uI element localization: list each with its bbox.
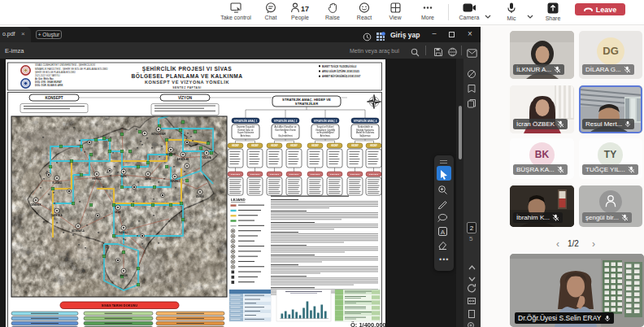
svg-text:KANGAL: KANGAL xyxy=(119,231,128,234)
svg-text:STRATEJİK AMAÇ 4: STRATEJİK AMAÇ 4 xyxy=(354,119,377,123)
svg-text:SİVAS CUMHURİYET ÜNİVERSİTESİ: SİVAS CUMHURİYET ÜNİVERSİTESİ - ŞEHİRCİL… xyxy=(35,63,95,67)
svg-text:SİVAS TARİHİ DOKUSU: SİVAS TARİHİ DOKUSU xyxy=(102,303,137,307)
svg-text:Yaşam Kalitesinin: Yaşam Kalitesinin xyxy=(237,131,255,134)
svg-text:Depreme Dayanıklı: Depreme Dayanıklı xyxy=(237,125,255,129)
svg-text:GEMEREK: GEMEREK xyxy=(30,203,41,207)
svg-text:STRATEJİK AMAÇ 1: STRATEJİK AMAÇ 1 xyxy=(234,119,258,123)
svg-text:STRATEJİ: STRATEJİ xyxy=(250,173,260,176)
svg-text:ALTINYAYLA: ALTINYAYLA xyxy=(72,229,85,233)
svg-text:STRATEJİ: STRATEJİ xyxy=(369,173,379,176)
svg-text:HEDEF: HEDEF xyxy=(351,144,359,147)
svg-text:ARSU UĞUR ÖZTÜRK 2018131025: ARSU UĞUR ÖZTÜRK 2018131025 xyxy=(322,69,359,73)
svg-text:Kentsel Doku ve: Kentsel Doku ve xyxy=(238,129,254,132)
svg-text:HEDEF: HEDEF xyxy=(311,144,319,147)
svg-text:HEDEF: HEDEF xyxy=(251,144,259,147)
svg-text:MERKEZ: MERKEZ xyxy=(93,177,102,181)
svg-text:ULAŞ: ULAŞ xyxy=(115,211,120,214)
svg-text:STRATEJİLER: STRATEJİLER xyxy=(295,102,318,106)
svg-text:ŞEHİRCİLİK PROJESİ VI SİVAS: ŞEHİRCİLİK PROJESİ VI SİVAS xyxy=(142,66,233,72)
svg-text:SENTEZ PAFTASI: SENTEZ PAFTASI xyxy=(172,86,201,89)
svg-text:A: A xyxy=(441,229,446,236)
svg-text:MİMARLIK FAKÜLTESİ - ŞEHİR VE: MİMARLIK FAKÜLTESİ - ŞEHİR VE BÖLGE PLAN… xyxy=(35,67,107,71)
svg-text:VİZYON: VİZYON xyxy=(178,95,193,100)
svg-text:Sosyal ve Kültürel: Sosyal ve Kültürel xyxy=(317,125,334,129)
svg-text:BÖLGESEL PLANLAMA VE KALKINMA: BÖLGESEL PLANLAMA VE KALKINMA xyxy=(132,72,243,79)
svg-text:LEJAND: LEJAND xyxy=(231,198,246,202)
svg-text:HEDEF: HEDEF xyxy=(232,144,239,147)
svg-text:Sağlanması: Sağlanması xyxy=(359,134,371,137)
svg-text:STRATEJİ: STRATEJİ xyxy=(270,173,280,176)
svg-text:Ekolojik Yapılaşma: Ekolojik Yapılaşma xyxy=(356,129,374,132)
svg-text:ŞARKIŞLA: ŞARKIŞLA xyxy=(51,214,62,217)
svg-text:STRATEJİ: STRATEJİ xyxy=(330,173,340,176)
svg-text:HEDEF: HEDEF xyxy=(271,144,278,147)
svg-text:2021-2022 GÜZ YARIYILI: 2021-2022 GÜZ YARIYILI xyxy=(35,74,60,77)
svg-text:HEDEF: HEDEF xyxy=(290,144,298,147)
svg-text:AKINCILAR: AKINCILAR xyxy=(177,158,189,161)
svg-text:Güçlendirilmesi: Güçlendirilmesi xyxy=(278,134,293,137)
svg-text:17: 17 xyxy=(301,5,309,13)
svg-text:Olanakların Çeşitliliği: Olanakların Çeşitliliği xyxy=(315,129,336,132)
svg-text:STRATEJİK AMAÇ, HEDEF VE: STRATEJİK AMAÇ, HEDEF VE xyxy=(282,98,331,102)
svg-text:STRATEJİ: STRATEJİ xyxy=(311,173,320,176)
svg-text:ZARA: ZARA xyxy=(145,177,150,181)
svg-text:Ar. Gör. Melis Naz.: Ar. Gör. Melis Naz. xyxy=(35,77,54,81)
svg-text:STRATEJİK AMAÇ 3: STRATEJİK AMAÇ 3 xyxy=(314,119,337,123)
svg-text:KONSEPT: KONSEPT xyxy=(45,96,63,100)
svg-text:STRATEJİ: STRATEJİ xyxy=(231,173,241,176)
svg-text:STRATEJİ: STRATEJİ xyxy=(289,173,299,176)
svg-text:BUKET TUĞÇE YILDIZELİOĞLU: BUKET TUĞÇE YILDIZELİOĞLU xyxy=(322,64,356,68)
svg-text:STRATEJİ: STRATEJİ xyxy=(350,173,360,176)
svg-text:Arttırılması: Arttırılması xyxy=(241,134,251,137)
svg-text:HEDEF: HEDEF xyxy=(331,144,338,147)
svg-text:Açık Alan Olanakları ve: Açık Alan Olanakları ve xyxy=(275,125,297,129)
svg-text:Kent Kimliğinin Önemi: Kent Kimliğinin Önemi xyxy=(275,129,296,132)
svg-text:HEDEF: HEDEF xyxy=(370,144,377,147)
svg-text:Arttırılması: Arttırılması xyxy=(320,134,331,137)
svg-text:KONSEPT VE VİZYONA YÖNELİK: KONSEPT VE VİZYONA YÖNELİK xyxy=(145,80,229,85)
svg-text:Sürdürülebilir ve: Sürdürülebilir ve xyxy=(358,125,373,129)
svg-text:Ö: 1/400.000: Ö: 1/400.000 xyxy=(350,321,385,327)
svg-text:ve Erişilebilirliğinin: ve Erişilebilirliğinin xyxy=(316,131,334,134)
svg-text:AHMET BÜYÜKGÜMÜŞ 2018131007: AHMET BÜYÜKGÜMÜŞ 2018131007 xyxy=(322,74,361,78)
svg-text:STRATEJİK AMAÇ 2: STRATEJİK AMAÇ 2 xyxy=(274,119,298,123)
